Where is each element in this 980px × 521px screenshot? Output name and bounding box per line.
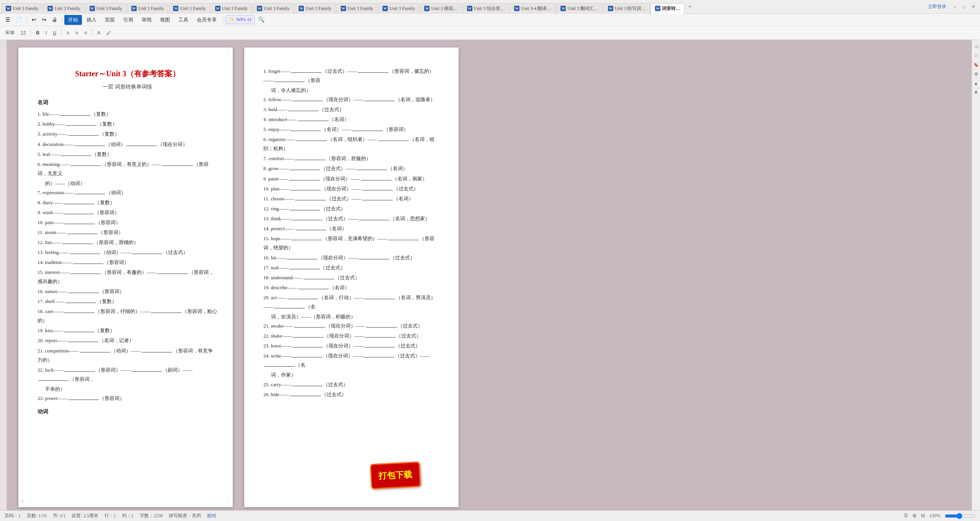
status-view-icon-1[interactable]: ☰ (904, 513, 908, 519)
tab-icon-3: W (131, 6, 137, 11)
tab-15[interactable]: W词形转… (651, 3, 684, 14)
p2-blank-24c (264, 366, 295, 367)
align-center-btn[interactable]: ≡ (73, 29, 80, 37)
tab-label-5: Unit 3 Family (222, 6, 248, 11)
font-size-btn[interactable]: 12 (18, 29, 28, 37)
search-icon[interactable]: 🔍 (256, 15, 267, 25)
new-tab-button[interactable]: + (685, 2, 694, 11)
blank-15a (70, 274, 101, 274)
zoom-slider[interactable] (945, 513, 975, 519)
blank-2 (66, 125, 96, 126)
p2-blank-9b (361, 180, 392, 180)
underline-btn[interactable]: U (51, 29, 59, 37)
tab-0[interactable]: WUnit 3 Family (2, 3, 42, 14)
status-view-icon-3[interactable]: ⊟ (921, 513, 925, 519)
print-icon[interactable]: 🖨 (49, 15, 59, 25)
p2-item-4: 4. introduce——（名词） (263, 115, 443, 124)
menu-reference[interactable]: 引用 (119, 15, 137, 25)
p2-item-26: 26. hide——（过去式） (263, 390, 443, 399)
blank-11 (67, 234, 98, 234)
item-12: 12. fun——（形容词，滑稽的） (38, 238, 217, 247)
tab-12[interactable]: WUnit 3-4 翻译… (510, 3, 555, 14)
tab-11[interactable]: WUnit 3 综合答… (463, 3, 509, 14)
blank-10 (64, 224, 95, 224)
color-btn[interactable]: A (95, 29, 103, 37)
p2-blank-20c (274, 308, 305, 308)
highlight-btn[interactable]: 🖊 (104, 29, 113, 37)
close-button[interactable]: ✕ (969, 3, 977, 11)
menu-separator-2 (62, 16, 62, 23)
status-proofread[interactable]: 校对 (207, 513, 216, 519)
tab-6[interactable]: WUnit 3 Family (253, 3, 294, 14)
file-icon[interactable]: 📄 (13, 15, 24, 25)
tab-13[interactable]: WUnit 3 翻词汇… (556, 3, 603, 14)
undo-icon[interactable]: ↩ (29, 15, 39, 25)
p2-blank-15a (291, 240, 322, 240)
blank-22b (131, 371, 162, 372)
sidebar-icon-3[interactable]: 🔖 (973, 61, 980, 68)
menu-home[interactable]: 开始 (64, 15, 82, 25)
p2-blank-24a (292, 357, 322, 357)
tab-label-0: Unit 3 Family (13, 6, 38, 11)
font-name-btn[interactable]: 宋体 (3, 28, 17, 37)
blank-4a (74, 146, 105, 146)
blank-13a (70, 254, 100, 254)
document-area: ⌐ ¬ Starter～Unit 3（有参考答案） 一层 词形转换单词练 名词 … (7, 40, 972, 510)
menu-page[interactable]: 页面 (101, 15, 119, 25)
blank-12 (62, 244, 93, 244)
p2-item-21: 21. awake——（现在分词）——（过去式） (263, 321, 443, 331)
tab-3[interactable]: WUnit 3 Family (127, 3, 168, 14)
tab-label-15: 词形转… (662, 5, 680, 12)
maximize-button[interactable]: □ (960, 3, 968, 11)
align-right-btn[interactable]: ≡ (82, 29, 89, 37)
page-1: ⌐ ¬ Starter～Unit 3（有参考答案） 一层 词形转换单词练 名词 … (18, 48, 233, 507)
sidebar-icon-6[interactable]: ▼ (973, 89, 980, 96)
p2-blank-9a (289, 180, 320, 180)
tab-1[interactable]: WUnit 3 Family (43, 3, 84, 14)
register-button[interactable]: 立即登录 (925, 3, 949, 10)
p2-item-7: 7. comfort——（形容词，舒服的） (263, 154, 443, 163)
menu-review[interactable]: 审阅 (138, 15, 155, 25)
sidebar-icon-2[interactable]: ☆ (973, 52, 980, 59)
tab-9[interactable]: WUnit 3 Family (378, 3, 419, 14)
italic-btn[interactable]: I (43, 29, 49, 37)
p2-blank-7 (295, 160, 325, 160)
bold-btn[interactable]: B (34, 29, 42, 37)
tab-10[interactable]: WUnit 3 模拟… (420, 3, 462, 14)
tab-14[interactable]: WUnit 3 听写训… (604, 3, 650, 14)
tab-7[interactable]: WUnit 3 Family (294, 3, 335, 14)
align-left-btn[interactable]: ≡ (64, 29, 72, 37)
menu-member[interactable]: 会员专享 (193, 15, 220, 25)
tab-2[interactable]: WUnit 3 Family (85, 3, 126, 14)
wps-ai-button[interactable]: ✨ WPS AI (225, 15, 255, 24)
window-controls: 立即登录 ─ □ ✕ (925, 3, 980, 11)
tab-8[interactable]: WUnit 3 Family (336, 3, 377, 14)
item-6: 6. meaning——（形容词，有意义的）——（形容词，无意义 (38, 160, 217, 178)
blank-20 (68, 342, 98, 342)
tab-icon-14: W (608, 6, 613, 11)
p2-blank-8a (289, 170, 320, 170)
menu-tools[interactable]: 工具 (175, 15, 192, 25)
tab-icon-2: W (90, 6, 95, 11)
menu-view[interactable]: 视图 (156, 15, 174, 25)
sidebar-icon-4[interactable]: ⚙ (973, 70, 980, 77)
item-18: 18. care——（形容词，仔细的）——（形容词，粗心的） (38, 307, 217, 325)
p2-item-18: 18. understand——（过去式） (263, 273, 443, 282)
menu-insert[interactable]: 插入 (83, 15, 100, 25)
tab-4[interactable]: WUnit 3 Family (169, 3, 210, 14)
sidebar-icon-1[interactable]: ◁ (973, 43, 980, 50)
tab-label-1: Unit 3 Family (54, 6, 80, 11)
minimize-button[interactable]: ─ (951, 3, 959, 11)
status-view-icon-2[interactable]: ⊞ (913, 513, 916, 519)
p2-item-24: 24. write——（现在分词）——（过去式）——（名 (263, 351, 443, 370)
redo-icon[interactable]: ↪ (39, 15, 49, 25)
sidebar-icon-5[interactable]: ▲ (973, 80, 980, 87)
p2-blank-14 (296, 230, 326, 230)
tab-icon-0: W (6, 6, 11, 11)
blank-14 (73, 264, 103, 264)
download-badge[interactable]: 打包下载 (370, 462, 421, 489)
hamburger-menu[interactable]: ☰ (3, 15, 13, 25)
tab-5[interactable]: WUnit 3 Family (211, 3, 252, 14)
tab-label-6: Unit 3 Family (264, 6, 289, 11)
item-3: 3. activity——（复数） (38, 129, 217, 139)
